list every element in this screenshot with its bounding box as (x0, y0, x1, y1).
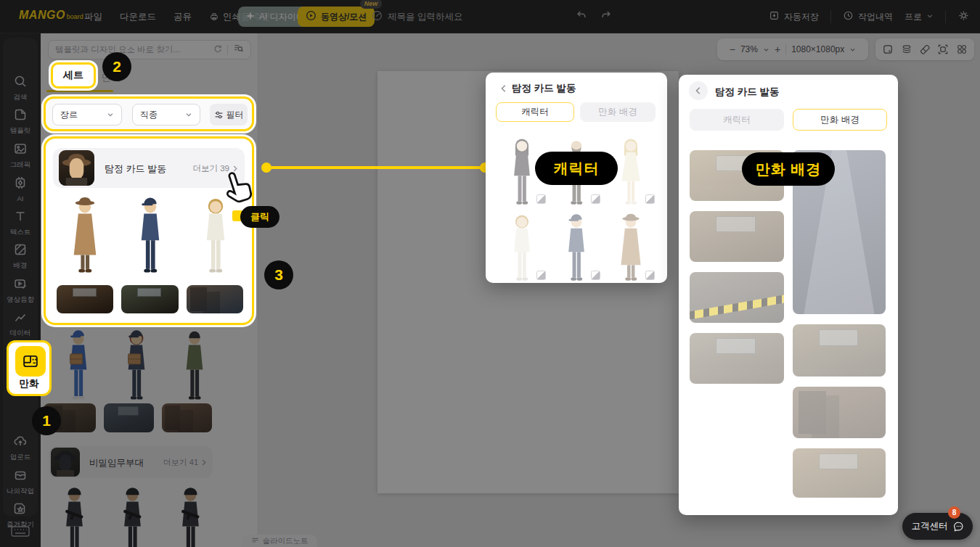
tape-shape (690, 294, 784, 321)
chevron-down-icon (107, 111, 114, 118)
popup-title: 탐정 카드 발동 (512, 82, 576, 95)
scene-thumbnail-desk-lamp[interactable] (793, 448, 886, 498)
tab-set[interactable]: 세트 (51, 62, 96, 89)
genre-dropdown-label: 장르 (60, 109, 78, 121)
scene-thumbnail-office-desk[interactable] (121, 285, 179, 313)
tutorial-step-3-badge: 3 (264, 260, 293, 289)
police-character[interactable] (131, 195, 169, 274)
filter-button-label: 필터 (226, 109, 244, 121)
window-shape (819, 329, 858, 346)
set-thumbnail (59, 150, 94, 186)
chevron-down-icon (185, 111, 192, 118)
set-detective-card-box: 탐정 카드 발동 더보기 39 (44, 136, 254, 325)
scene-thumbnail-detective-office[interactable] (690, 333, 784, 384)
scene-thumbnail-office-night[interactable] (57, 285, 113, 313)
scene-thumbnail-crime-scene-alley[interactable] (690, 272, 784, 323)
detective-character[interactable] (605, 209, 657, 281)
job-dropdown-label: 직종 (140, 109, 158, 121)
premium-corner-icon (645, 271, 655, 280)
background-grid-right (793, 150, 886, 498)
click-label: 클릭 (240, 206, 279, 228)
premium-corner-icon (591, 271, 600, 280)
detective-character[interactable] (66, 195, 104, 274)
chat-bubble-icon (953, 521, 964, 532)
sidebar-item-comic[interactable]: 만화 (7, 340, 52, 396)
popup-detective-backgrounds: 탐정 카드 발동 캐릭터 만화 배경 만화 배경 (679, 75, 898, 515)
back-button[interactable] (497, 82, 510, 95)
scene-thumbnail-old-street[interactable] (187, 285, 243, 313)
support-label: 고객센터 (912, 520, 948, 532)
reporter-character[interactable] (496, 209, 548, 281)
tab-comic-background[interactable]: 만화 배경 (793, 109, 887, 131)
customer-support-button[interactable]: 고객센터 (902, 513, 973, 540)
window-shape (716, 216, 756, 232)
window-shape (819, 453, 858, 469)
tab-character[interactable]: 캐릭터 (690, 109, 784, 131)
back-button[interactable] (689, 81, 708, 100)
sidebar-item-comic-label: 만화 (9, 377, 49, 390)
set-title: 탐정 카드 발동 (105, 163, 166, 176)
premium-corner-icon (536, 271, 546, 280)
job-dropdown[interactable]: 직종 (132, 104, 200, 126)
notification-badge: 8 (948, 506, 960, 519)
window-shape (73, 288, 97, 297)
premium-corner-icon (645, 194, 655, 204)
tutorial-step-2-badge: 2 (102, 52, 131, 81)
window-shape (137, 288, 161, 297)
filter-row: 장르 직종 필터 (44, 96, 254, 131)
scene-thumbnail-investigation-room[interactable] (690, 211, 784, 262)
tab-character[interactable]: 캐릭터 (496, 102, 574, 122)
premium-corner-icon (536, 194, 546, 204)
building-shape (190, 287, 207, 311)
police-character[interactable] (550, 209, 603, 281)
sliders-icon (214, 110, 224, 120)
scene-thumbnail-office-window-night[interactable] (793, 324, 886, 377)
window-shape (716, 338, 756, 354)
comic-icon (15, 346, 46, 377)
building-shape (799, 391, 826, 435)
set-detective-card-header[interactable]: 탐정 카드 발동 더보기 39 (53, 148, 245, 188)
app-root: MANGOboard 파일다운로드공유인쇄물 주문 AI 디자이너 동영상/모션… (0, 0, 980, 547)
popup-title: 탐정 카드 발동 (715, 86, 780, 99)
detective-scene-row (57, 285, 243, 313)
tutorial-label-character: 캐릭터 (535, 152, 618, 185)
filter-button[interactable]: 필터 (210, 104, 248, 126)
tutorial-step-1-badge: 1 (32, 406, 61, 435)
tab-comic-background[interactable]: 만화 배경 (580, 102, 656, 122)
tutorial-connector-line (266, 166, 485, 169)
popup-detective-characters: 탐정 카드 발동 캐릭터 만화 배경 캐릭터 (486, 73, 667, 283)
scene-thumbnail-agency-exterior[interactable] (793, 387, 886, 438)
connector-dot (261, 163, 271, 173)
genre-dropdown[interactable]: 장르 (52, 104, 122, 126)
premium-corner-icon (591, 194, 600, 204)
tutorial-label-background: 만화 배경 (742, 152, 835, 186)
